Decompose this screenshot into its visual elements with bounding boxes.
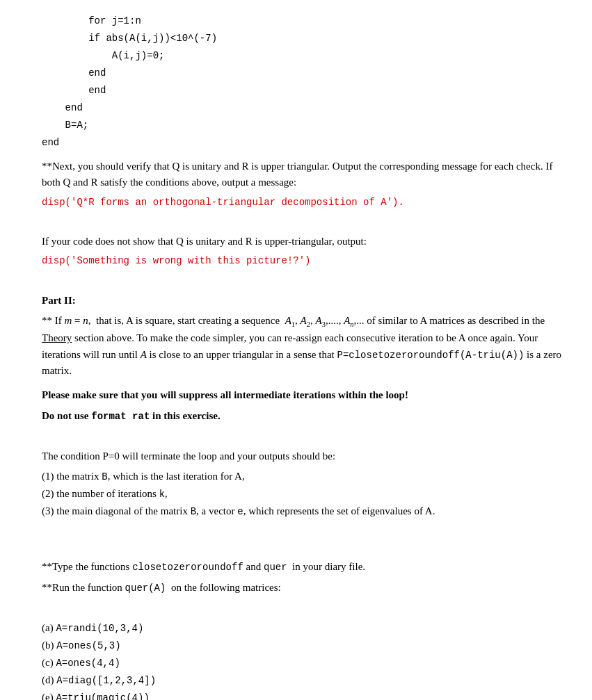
paragraph-run-function: **Run the function quer(A) on the follow… [42, 580, 564, 596]
matrix-item-b: (b) A=ones(5,3) [42, 637, 564, 653]
section-outputs: The condition P=0 will terminate the loo… [42, 448, 564, 519]
matrix-item-a: (a) A=randi(10,3,4) [42, 620, 564, 636]
paragraph-part-ii: ** If m = n, that is, A is square, start… [42, 313, 564, 379]
section-wrong: If your code does not show that Q is uni… [42, 234, 564, 268]
list-item-1: (1) the matrix B, which is the last iter… [42, 469, 564, 485]
code-line-7: B=A; [42, 118, 564, 133]
code-line-2: if abs(A(i,j))<10^(-7) [42, 31, 564, 46]
section-verify: **Next, you should verify that Q is unit… [42, 158, 564, 210]
code-line-6: end [42, 101, 564, 115]
code-line-5: end [42, 83, 564, 98]
code-disp-1: disp('Q*R forms an orthogonal-triangular… [42, 195, 564, 210]
paragraph-outputs: The condition P=0 will terminate the loo… [42, 448, 564, 464]
section-type-functions: **Type the functions closetozeroroundoff… [42, 559, 564, 596]
bold-warning-2: Do not use format rat in this exercise. [42, 408, 564, 425]
list-item-2: (2) the number of iterations k, [42, 486, 564, 502]
paragraph-type-functions: **Type the functions closetozeroroundoff… [42, 559, 564, 576]
code-line-8: end [42, 136, 564, 150]
paragraph-verify: **Next, you should verify that Q is unit… [42, 158, 564, 191]
list-item-3: (3) the main diagonal of the matrix B, a… [42, 503, 564, 519]
code-line-4: end [42, 66, 564, 81]
bold-warning-1: Please make sure that you will suppress … [42, 387, 564, 403]
matrix-item-e: (e) A=triu(magic(4)) [42, 690, 564, 700]
matrix-item-c: (c) A=ones(4,4) [42, 655, 564, 671]
paragraph-wrong: If your code does not show that Q is uni… [42, 234, 564, 250]
section-warning: Please make sure that you will suppress … [42, 387, 564, 424]
section-matrices: (a) A=randi(10,3,4) (b) A=ones(5,3) (c) … [42, 620, 564, 700]
code-section-1: for j=1:n if abs(A(i,j))<10^(-7) A(i,j)=… [42, 14, 564, 150]
code-disp-2: disp('Something is wrong with this pictu… [42, 254, 564, 268]
matrix-item-d: (d) A=diag([1,2,3,4]) [42, 672, 564, 688]
section-part-ii: Part II: ** If m = n, that is, A is squa… [42, 293, 564, 380]
code-line-1: for j=1:n [42, 14, 564, 29]
code-line-3: A(i,j)=0; [42, 49, 564, 63]
part-ii-heading: Part II: [42, 293, 564, 309]
